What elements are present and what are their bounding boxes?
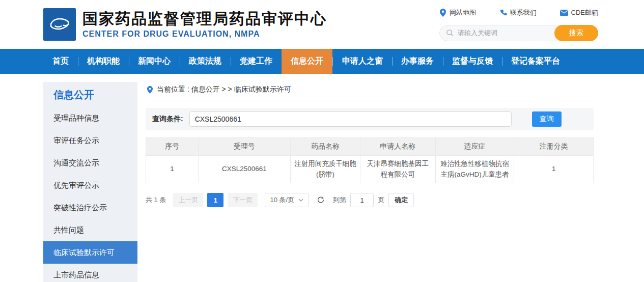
confirm-button[interactable]: 确定 bbox=[388, 193, 414, 207]
col-drug-name: 药品名称 bbox=[290, 138, 360, 156]
query-button[interactable]: 查询 bbox=[532, 111, 562, 127]
breadcrumb: 当前位置 : 信息公开 > > 临床试验默示许可 bbox=[146, 82, 594, 101]
location-pin-icon bbox=[439, 9, 446, 17]
sidebar-item-communication[interactable]: 沟通交流公示 bbox=[43, 152, 137, 174]
site-search: 搜索 bbox=[439, 25, 598, 41]
search-icon bbox=[446, 29, 454, 37]
goto-page-label: 到第 bbox=[333, 195, 346, 205]
sidebar-item-common-issues[interactable]: 共性问题 bbox=[43, 219, 137, 241]
swan-logo-icon bbox=[46, 11, 73, 38]
sidebar-item-breakthrough-therapy[interactable]: 突破性治疗公示 bbox=[43, 196, 137, 219]
sidebar-item-priority-review[interactable]: 优先审评公示 bbox=[43, 174, 137, 196]
nav-item-supervision[interactable]: 监督与反馈 bbox=[443, 49, 502, 74]
goto-page-input[interactable] bbox=[350, 193, 374, 207]
sidebar-item-clinical-trial-implied-license[interactable]: 临床试验默示许可 bbox=[43, 241, 137, 264]
nav-item-party[interactable]: 党建工作 bbox=[231, 49, 282, 74]
cde-logo bbox=[43, 8, 76, 41]
site-header: 国家药品监督管理局药品审评中心 CENTER FOR DRUG EVALUATI… bbox=[0, 0, 644, 49]
main-navbar: 首页 机构职能 新闻中心 政策法规 党建工作 信息公开 申请人之窗 办事服务 监… bbox=[0, 49, 644, 74]
cell-drug-name: 注射用间充质干细胞(脐带) bbox=[290, 156, 360, 183]
next-page-button[interactable]: 下一页 bbox=[228, 193, 258, 207]
query-bar: 查询条件: 查询 bbox=[146, 108, 594, 130]
prev-page-button[interactable]: 上一页 bbox=[173, 193, 203, 207]
col-acceptance-number: 受理号 bbox=[198, 138, 290, 156]
sidebar-item-accepted-varieties[interactable]: 受理品种信息 bbox=[43, 107, 137, 129]
location-pin-icon bbox=[147, 86, 153, 94]
page-size-select[interactable]: 10 条/页 bbox=[265, 193, 309, 207]
page-size-value: 10 条/页 bbox=[270, 195, 294, 205]
header-right: 网站地图 联系我们 CDE邮箱 搜索 bbox=[439, 8, 598, 41]
table-header-row: 序号 受理号 药品名称 申请人名称 适应症 注册分类 bbox=[146, 138, 594, 156]
nav-item-info-disclosure[interactable]: 信息公开 bbox=[282, 49, 332, 74]
query-label: 查询条件: bbox=[152, 115, 183, 124]
table-row: 1 CXSL2500661 注射用间充质干细胞(脐带) 天津昂赛细胞基因工程有限… bbox=[146, 156, 594, 183]
nav-item-applicant-window[interactable]: 申请人之窗 bbox=[333, 49, 392, 74]
phone-icon bbox=[499, 9, 507, 16]
nav-item-services[interactable]: 办事服务 bbox=[392, 49, 443, 74]
page-number-1[interactable]: 1 bbox=[207, 193, 223, 207]
sidebar-item-marketed-drugs[interactable]: 上市药品信息 bbox=[43, 264, 137, 282]
quick-link-label: 联系我们 bbox=[510, 8, 537, 17]
results-table: 序号 受理号 药品名称 申请人名称 适应症 注册分类 1 CXSL2500661… bbox=[146, 137, 594, 183]
quick-link-label: CDE邮箱 bbox=[571, 8, 598, 17]
nav-item-registration-platform[interactable]: 登记备案平台 bbox=[502, 49, 569, 74]
sidebar-item-review-tasks[interactable]: 审评任务公示 bbox=[43, 129, 137, 152]
content-area: 信息公开 受理品种信息 审评任务公示 沟通交流公示 优先审评公示 突破性治疗公示… bbox=[0, 82, 644, 282]
nav-item-news[interactable]: 新闻中心 bbox=[129, 49, 180, 74]
cell-acceptance-number: CXSL2500661 bbox=[198, 156, 290, 183]
cell-indication: 难治性急性移植物抗宿主病(aGvHD)儿童患者 bbox=[435, 156, 514, 183]
nav-item-home[interactable]: 首页 bbox=[43, 49, 78, 74]
col-applicant-name: 申请人名称 bbox=[360, 138, 436, 156]
site-title: 国家药品监督管理局药品审评中心 bbox=[82, 10, 327, 28]
sidebar-title: 信息公开 bbox=[43, 82, 137, 107]
nav-item-functions[interactable]: 机构职能 bbox=[78, 49, 129, 74]
pagination: 共 1 条 上一页 1 下一页 10 条/页 到第 页 确定 bbox=[146, 193, 594, 207]
chevron-down-icon bbox=[298, 199, 303, 202]
cell-serial: 1 bbox=[146, 156, 199, 183]
contact-link[interactable]: 联系我们 bbox=[499, 8, 537, 17]
page-unit-label: 页 bbox=[378, 195, 384, 205]
brand-block: 国家药品监督管理局药品审评中心 CENTER FOR DRUG EVALUATI… bbox=[82, 10, 327, 39]
col-indication: 适应症 bbox=[435, 138, 514, 156]
col-serial: 序号 bbox=[146, 138, 199, 156]
quick-link-label: 网站地图 bbox=[450, 8, 476, 17]
cell-applicant-name: 天津昂赛细胞基因工程有限公司 bbox=[360, 156, 436, 183]
col-registration-class: 注册分类 bbox=[514, 138, 594, 156]
sidebar: 信息公开 受理品种信息 审评任务公示 沟通交流公示 优先审评公示 突破性治疗公示… bbox=[43, 82, 137, 282]
main-panel: 当前位置 : 信息公开 > > 临床试验默示许可 查询条件: 查询 序号 受理号… bbox=[146, 82, 594, 282]
sitemap-link[interactable]: 网站地图 bbox=[439, 8, 476, 17]
envelope-icon bbox=[560, 10, 568, 16]
refresh-icon[interactable] bbox=[317, 196, 325, 204]
breadcrumb-text: 当前位置 : 信息公开 > > 临床试验默示许可 bbox=[157, 85, 291, 94]
site-subtitle: CENTER FOR DRUG EVALUATION, NMPA bbox=[82, 30, 327, 39]
quick-links: 网站地图 联系我们 CDE邮箱 bbox=[439, 8, 598, 17]
search-input[interactable] bbox=[458, 29, 544, 37]
pagination-total: 共 1 条 bbox=[146, 195, 166, 205]
search-button[interactable]: 搜索 bbox=[554, 25, 598, 41]
query-input[interactable] bbox=[189, 111, 512, 127]
cde-mail-link[interactable]: CDE邮箱 bbox=[560, 8, 598, 17]
cell-registration-class: 1 bbox=[514, 156, 594, 183]
nav-item-policy[interactable]: 政策法规 bbox=[180, 49, 231, 74]
